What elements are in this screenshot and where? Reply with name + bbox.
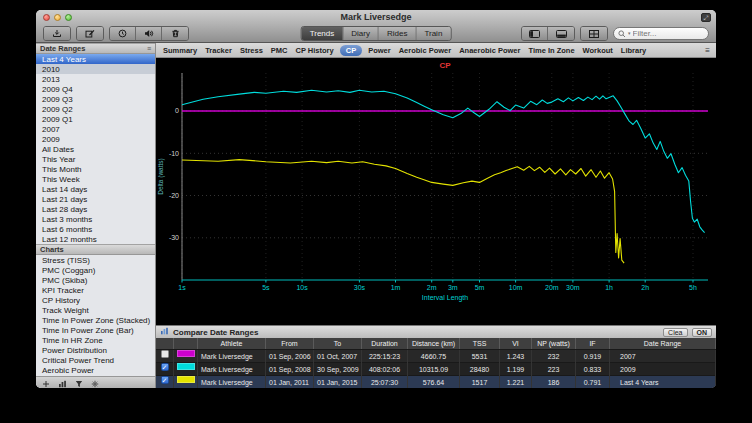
search-icon bbox=[618, 24, 626, 42]
menu-icon[interactable]: ≡ bbox=[147, 45, 151, 52]
svg-text:1m: 1m bbox=[391, 284, 401, 291]
view-tab-train[interactable]: Train bbox=[416, 27, 450, 40]
toggle-bottom-panel-button[interactable] bbox=[548, 27, 574, 40]
compare-title: Compare Date Ranges bbox=[173, 328, 258, 337]
date-range-item[interactable]: Last 6 months bbox=[36, 224, 155, 234]
filter-field[interactable]: ▾ bbox=[613, 27, 709, 40]
column-header: Athlete bbox=[198, 338, 266, 349]
checkbox-cell: ✓ bbox=[156, 376, 174, 388]
date-range-item[interactable]: This Month bbox=[36, 164, 155, 174]
date-range-item[interactable]: 2009 Q1 bbox=[36, 114, 155, 124]
svg-text:30s: 30s bbox=[354, 284, 366, 291]
date-range-item[interactable]: Last 4 Years bbox=[36, 54, 155, 64]
date-range-item[interactable]: 2010 bbox=[36, 64, 155, 74]
date-ranges-title: Date Ranges bbox=[40, 44, 85, 53]
compare-row[interactable]: Mark Liversedge01 Sep, 200601 Oct, 20072… bbox=[156, 349, 716, 362]
date-range-item[interactable]: All Dates bbox=[36, 144, 155, 154]
toggle-sidebar-button[interactable] bbox=[522, 27, 548, 40]
view-tab-trends[interactable]: Trends bbox=[302, 27, 344, 40]
chart-button[interactable] bbox=[58, 374, 67, 389]
fullscreen-button[interactable]: ⤢ bbox=[701, 13, 711, 22]
zoom-button[interactable] bbox=[65, 14, 72, 21]
date-range-item[interactable]: 2007 bbox=[36, 124, 155, 134]
cp-chart[interactable]: 0-10-20-301s5s10s30s1m2m3m5m10m20m30m1h2… bbox=[156, 58, 716, 325]
clock-icon bbox=[118, 26, 127, 41]
tab-menu-icon[interactable]: ≡ bbox=[702, 46, 713, 55]
cell-vi: 1.243 bbox=[500, 350, 532, 363]
date-range-item[interactable]: 2013 bbox=[36, 74, 155, 84]
date-range-item[interactable]: Last 12 months bbox=[36, 234, 155, 244]
view-tab-diary[interactable]: Diary bbox=[343, 27, 379, 40]
series-color-swatch bbox=[177, 363, 195, 370]
compare-row[interactable]: ✓Mark Liversedge01 Jan, 201101 Jan, 2015… bbox=[156, 375, 716, 388]
compare-on-toggle[interactable]: ON bbox=[692, 328, 713, 337]
row-checkbox[interactable] bbox=[161, 350, 169, 358]
tab-power[interactable]: Power bbox=[364, 46, 395, 55]
chart-list-item[interactable]: Time In Power Zone (Bar) bbox=[36, 325, 155, 335]
date-range-item[interactable]: Last 21 days bbox=[36, 194, 155, 204]
tab-cp[interactable]: CP bbox=[340, 45, 362, 56]
tab-anaerobic-power[interactable]: Anaerobic Power bbox=[455, 46, 524, 55]
history-button[interactable] bbox=[110, 27, 136, 40]
filter-input[interactable] bbox=[633, 29, 704, 38]
tab-time-in-zone[interactable]: Time In Zone bbox=[524, 46, 578, 55]
compose-icon bbox=[85, 26, 95, 41]
filter-button[interactable] bbox=[75, 374, 83, 389]
tab-tracker[interactable]: Tracker bbox=[201, 46, 236, 55]
view-tab-rides[interactable]: Rides bbox=[379, 27, 416, 40]
cell-if: 0.919 bbox=[576, 350, 610, 363]
audio-button[interactable] bbox=[136, 27, 162, 40]
date-range-item[interactable]: This Week bbox=[36, 174, 155, 184]
cell-duration: 408:02:06 bbox=[362, 363, 408, 376]
row-checkbox[interactable]: ✓ bbox=[161, 363, 169, 371]
tab-pmc[interactable]: PMC bbox=[267, 46, 292, 55]
chart-list-item[interactable]: KPI Tracker bbox=[36, 285, 155, 295]
date-range-item[interactable]: 2009 Q2 bbox=[36, 104, 155, 114]
cell-tss: 5531 bbox=[460, 350, 500, 363]
svg-text:20m: 20m bbox=[545, 284, 559, 291]
compare-row[interactable]: ✓Mark Liversedge01 Sep, 200830 Sep, 2009… bbox=[156, 362, 716, 375]
tab-cp-history[interactable]: CP History bbox=[292, 46, 338, 55]
date-range-item[interactable]: Last 28 days bbox=[36, 204, 155, 214]
tab-aerobic-power[interactable]: Aerobic Power bbox=[395, 46, 456, 55]
minimize-button[interactable] bbox=[54, 14, 61, 21]
cp-chart-svg: 0-10-20-301s5s10s30s1m2m3m5m10m20m30m1h2… bbox=[156, 58, 716, 325]
date-range-item[interactable]: 2009 bbox=[36, 134, 155, 144]
add-button[interactable] bbox=[42, 374, 50, 389]
cell-if: 0.791 bbox=[576, 376, 610, 388]
cell-to: 01 Jan, 2015 bbox=[314, 376, 362, 388]
chart-list-item[interactable]: Track Weight bbox=[36, 305, 155, 315]
cell-athlete: Mark Liversedge bbox=[198, 363, 266, 376]
cell-distance: 576.64 bbox=[408, 376, 460, 388]
tab-summary[interactable]: Summary bbox=[159, 46, 201, 55]
tab-workout[interactable]: Workout bbox=[579, 46, 617, 55]
chart-list-item[interactable]: PMC (Skiba) bbox=[36, 275, 155, 285]
row-checkbox[interactable]: ✓ bbox=[161, 376, 169, 384]
date-range-item[interactable]: Last 3 months bbox=[36, 214, 155, 224]
chart-list-item[interactable]: Time In Power Zone (Stacked) bbox=[36, 315, 155, 325]
date-range-item[interactable]: Last 14 days bbox=[36, 184, 155, 194]
svg-text:CP: CP bbox=[439, 61, 451, 70]
trash-icon bbox=[171, 26, 180, 41]
clear-button[interactable]: Clea bbox=[663, 328, 687, 337]
date-range-item[interactable]: This Year bbox=[36, 154, 155, 164]
chart-list-item[interactable]: PMC (Coggan) bbox=[36, 265, 155, 275]
chart-list-item[interactable]: Critical Power Trend bbox=[36, 355, 155, 365]
cell-np: 186 bbox=[532, 376, 576, 388]
tile-layout-button[interactable] bbox=[581, 27, 607, 40]
date-range-item[interactable]: 2009 Q3 bbox=[36, 94, 155, 104]
import-button[interactable] bbox=[44, 27, 70, 40]
chart-list-item[interactable]: Power Distribution bbox=[36, 345, 155, 355]
chart-list-item[interactable]: Time In HR Zone bbox=[36, 335, 155, 345]
tab-library[interactable]: Library bbox=[617, 46, 650, 55]
settings-button[interactable] bbox=[91, 374, 99, 389]
chart-list-item[interactable]: Stress (TISS) bbox=[36, 255, 155, 265]
close-button[interactable] bbox=[43, 14, 50, 21]
date-range-item[interactable]: 2009 Q4 bbox=[36, 84, 155, 94]
window-chrome: Mark Liversedge ⤢ bbox=[36, 10, 716, 43]
chart-list-item[interactable]: CP History bbox=[36, 295, 155, 305]
compose-button[interactable] bbox=[77, 27, 103, 40]
delete-button[interactable] bbox=[162, 27, 188, 40]
tab-stress[interactable]: Stress bbox=[236, 46, 267, 55]
sidebar: Date Ranges ≡ Last 4 Years201020132009 Q… bbox=[36, 43, 156, 388]
